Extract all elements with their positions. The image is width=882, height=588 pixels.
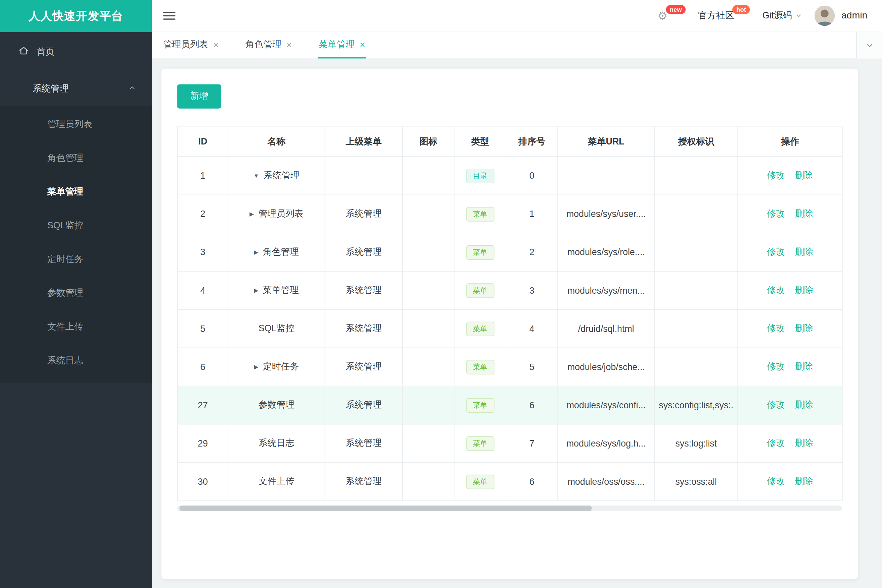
expand-arrow-icon[interactable]: ▶ [254,249,258,255]
edit-link[interactable]: 修改 [767,247,785,256]
type-tag: 菜单 [466,283,494,298]
order-number: 5 [529,362,534,372]
menu-url: modules/sys/confi... [566,400,646,410]
edit-link[interactable]: 修改 [767,285,785,295]
column-header: 授权标识 [655,127,738,156]
community-group: 官方社区 hot [698,10,750,21]
tab[interactable]: 管理员列表 × [162,32,220,58]
table-row: 2 ▶ 管理员列表 系统管理 菜单 1 modules/sys/user....… [177,195,843,233]
table-body: 1 ▼ 系统管理 目录 0 修改删除 2 ▶ 管理员列表 系统管理 菜单 1 m… [177,156,843,501]
user-menu[interactable]: admin [814,6,867,26]
expand-arrow-icon[interactable]: ▶ [254,364,258,370]
sidebar-item[interactable]: 定时任务 [0,242,152,276]
edit-link[interactable]: 修改 [767,400,785,410]
sidebar-item[interactable]: 菜单管理 [0,175,152,209]
expand-arrow-icon[interactable]: ▶ [254,287,258,293]
row-id: 29 [198,438,208,448]
gear-icon[interactable]: ⚙ [657,10,667,21]
type-tag: 目录 [466,168,494,183]
menu-management-panel: 新增 ID名称上级菜单图标类型排序号菜单URL授权标识操作 1 ▼ [161,69,858,579]
scrollbar-thumb[interactable] [179,506,592,511]
tab-bar: 管理员列表 × 角色管理 × 菜单管理 × [152,32,882,59]
table-row: 5 SQL监控 系统管理 菜单 4 /druid/sql.html 修改删除 [177,309,843,348]
row-id: 6 [200,362,205,372]
menu-toggle-icon[interactable] [163,12,176,20]
delete-link[interactable]: 删除 [795,247,813,256]
sidebar-item-label: 文件上传 [47,321,83,333]
column-header: 名称 [228,127,325,156]
delete-link[interactable]: 删除 [795,170,813,180]
git-source-link[interactable]: Git源码 [762,10,802,21]
edit-link[interactable]: 修改 [767,438,785,448]
tab-close-icon[interactable]: × [286,40,292,49]
sidebar-item[interactable]: 系统日志 [0,344,152,378]
new-badge: new [666,5,685,14]
tab-label: 角色管理 [245,39,281,51]
delete-link[interactable]: 删除 [795,323,813,333]
delete-link[interactable]: 删除 [795,438,813,448]
tab-label: 菜单管理 [319,39,355,51]
delete-link[interactable]: 删除 [795,476,813,486]
sidebar-item-label: 参数管理 [47,287,83,299]
sidebar-item[interactable]: SQL监控 [0,208,152,242]
sidebar-item-label: 管理员列表 [47,118,92,130]
column-header: 操作 [738,127,843,156]
expand-arrow-icon[interactable]: ▶ [249,211,254,217]
tabs-collapse-button[interactable] [856,32,882,58]
sidebar: 人人快速开发平台 首页 系统管理 管理员 [0,0,152,588]
table-row: 4 ▶ 菜单管理 系统管理 菜单 3 modules/sys/men... 修改… [177,271,843,309]
expand-arrow-icon[interactable]: ▼ [254,172,259,178]
sidebar-home-label: 首页 [36,46,55,58]
content-area: 新增 ID名称上级菜单图标类型排序号菜单URL授权标识操作 1 ▼ [152,59,882,588]
menu-url: modules/sys/role.... [568,247,645,257]
tab-close-icon[interactable]: × [360,40,365,49]
delete-link[interactable]: 删除 [795,400,813,410]
edit-link[interactable]: 修改 [767,208,785,218]
sidebar-item[interactable]: 文件上传 [0,310,152,344]
menu-name: 系统日志 [258,438,295,449]
sidebar-submenu: 管理员列表 角色管理 菜单管理 SQL监控 定时任务 参数管理 文件上传 系统日… [0,106,152,383]
community-link[interactable]: 官方社区 [698,10,734,21]
order-number: 4 [529,324,534,333]
row-id: 4 [200,285,205,295]
parent-menu: 系统管理 [346,476,382,486]
tab[interactable]: 角色管理 × [245,32,293,58]
edit-link[interactable]: 修改 [767,362,785,372]
topbar-right: ⚙ new 官方社区 hot Git源码 [657,6,867,26]
sidebar-item[interactable]: 角色管理 [0,141,152,175]
order-number: 2 [529,247,534,257]
delete-link[interactable]: 删除 [795,362,813,372]
menu-name: 管理员列表 [258,208,303,220]
edit-link[interactable]: 修改 [767,476,785,486]
table-header-row: ID名称上级菜单图标类型排序号菜单URL授权标识操作 [177,127,843,156]
column-header: 上级菜单 [325,127,403,156]
horizontal-scrollbar [177,506,842,511]
delete-link[interactable]: 删除 [795,208,813,218]
menu-name: 参数管理 [258,399,295,411]
table-row: 29 系统日志 系统管理 菜单 7 modules/sys/log.h... s… [177,424,843,463]
type-tag: 菜单 [466,398,494,412]
edit-link[interactable]: 修改 [767,170,785,180]
perm-identifier: sys:config:list,sys:. [659,400,733,410]
menu-name: 文件上传 [258,476,295,488]
delete-link[interactable]: 删除 [795,285,813,295]
sidebar-item-label: 菜单管理 [47,186,83,198]
tab-close-icon[interactable]: × [213,40,219,49]
tabs-container: 管理员列表 × 角色管理 × 菜单管理 × [162,32,391,58]
add-button[interactable]: 新增 [177,84,221,109]
sidebar-group-system[interactable]: 系统管理 [0,71,152,106]
sidebar-item-label: 系统日志 [47,355,83,366]
row-id: 27 [198,400,208,410]
column-header: 菜单URL [558,127,654,156]
perm-identifier: sys:oss:all [675,477,717,486]
menu-url: modules/sys/user.... [566,209,646,219]
sidebar-item[interactable]: 参数管理 [0,276,152,310]
tab[interactable]: 菜单管理 × [318,32,366,58]
edit-link[interactable]: 修改 [767,323,785,333]
menu-url: modules/sys/log.h... [566,438,646,448]
type-tag: 菜单 [466,245,494,260]
sidebar-item-label: 角色管理 [47,152,83,164]
sidebar-item[interactable]: 管理员列表 [0,107,152,141]
sidebar-item-home[interactable]: 首页 [0,32,152,71]
menu-url: modules/job/sche... [568,362,645,372]
